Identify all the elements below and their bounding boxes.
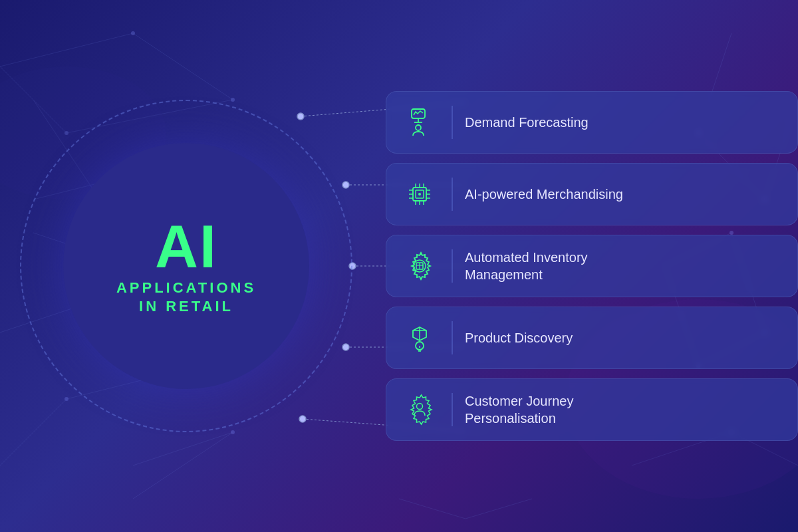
- card-divider-5: [452, 393, 453, 426]
- customer-journey-icon: [400, 390, 440, 430]
- demand-forecasting-label: Demand Forecasting: [465, 114, 589, 131]
- center-applications-text: APPLICATIONS: [116, 279, 256, 297]
- inventory-management-label: Automated InventoryManagement: [465, 249, 588, 283]
- card-divider-4: [452, 321, 453, 354]
- ai-merchandising-label: AI-powered Merchandising: [465, 186, 623, 203]
- center-retail-text: IN RETAIL: [139, 298, 233, 315]
- svg-point-55: [416, 125, 421, 130]
- inventory-management-icon: [400, 246, 440, 286]
- left-section: AI APPLICATIONS IN RETAIL: [0, 0, 372, 532]
- customer-journey-label: Customer JourneyPersonalisation: [465, 392, 573, 427]
- inner-circle: AI APPLICATIONS IN RETAIL: [63, 143, 309, 389]
- svg-point-70: [418, 193, 421, 196]
- card-divider-1: [452, 106, 453, 139]
- card-divider-2: [452, 178, 453, 211]
- customer-journey-card: Customer JourneyPersonalisation: [386, 378, 798, 441]
- svg-point-81: [417, 404, 423, 410]
- center-ai-text: AI: [155, 217, 217, 277]
- product-discovery-card: Product Discovery: [386, 307, 798, 369]
- right-section: Demand Forecasting: [372, 0, 798, 532]
- ai-merchandising-card: AI-powered Merchandising: [386, 163, 798, 225]
- demand-forecasting-card: Demand Forecasting: [386, 91, 798, 154]
- main-content: AI APPLICATIONS IN RETAIL: [0, 0, 798, 532]
- product-discovery-label: Product Discovery: [465, 329, 573, 346]
- card-divider-3: [452, 249, 453, 283]
- inventory-management-card: Automated InventoryManagement: [386, 235, 798, 297]
- ai-merchandising-icon: [400, 174, 440, 214]
- demand-forecasting-icon: [400, 102, 440, 142]
- product-discovery-icon: [400, 318, 440, 358]
